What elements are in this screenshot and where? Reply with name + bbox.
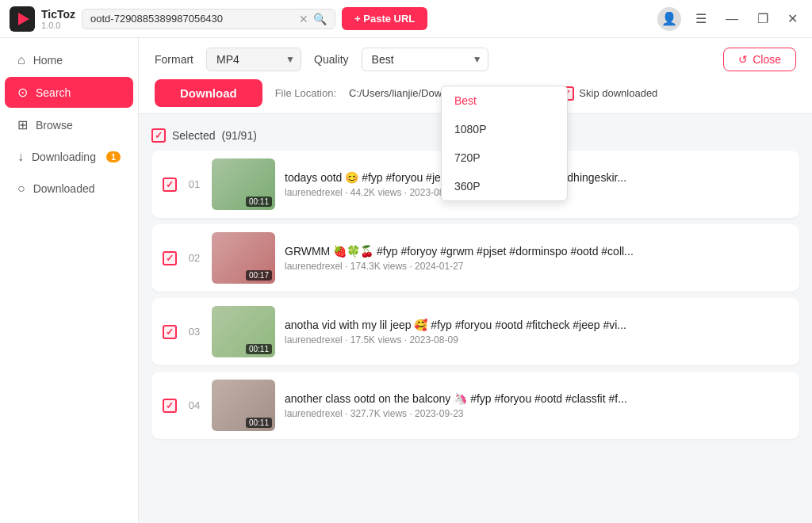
home-icon: ⌂ <box>17 53 25 67</box>
downloading-badge: 1 <box>106 151 121 162</box>
app-logo <box>10 6 35 32</box>
downloading-icon: ↓ <box>17 150 24 164</box>
sidebar-item-downloaded-label: Downloaded <box>33 182 95 195</box>
item-duration-2: 00:17 <box>246 270 272 281</box>
app-info: TicToz 1.0.0 <box>41 8 75 30</box>
item-num-4: 04 <box>186 399 202 411</box>
item-duration-4: 00:11 <box>246 418 272 428</box>
item-meta-3: laurenedrexel · 17.5K views · 2023-08-09 <box>285 334 788 345</box>
main-content: Formart MP4 MP3 AAC ▼ Quality Best 1080P… <box>139 38 812 523</box>
item-thumb-4: 00:11 <box>212 380 275 431</box>
quality-option-best[interactable]: Best <box>442 86 567 115</box>
video-item: 04 00:11 another class ootd on the balco… <box>151 372 799 439</box>
url-bar: ootd-7290885389987056430 ✕ 🔍 <box>82 9 335 29</box>
sidebar-item-browse-label: Browse <box>36 119 73 132</box>
downloaded-icon: ○ <box>17 181 25 196</box>
item-thumb-2: 00:17 <box>212 232 275 284</box>
item-info-3: anotha vid with my lil jeep 🥰 #fyp #fory… <box>285 319 788 345</box>
item-title-2: GRWMM 🍓🍀🍒 #fyp #foryoy #grwm #pjset #dor… <box>285 245 788 258</box>
item-info-4: another class ootd on the balcony 🦄 #fyp… <box>285 392 788 419</box>
search-icon: ⊙ <box>17 85 28 100</box>
skip-downloaded-text: Skip downloaded <box>579 87 657 99</box>
item-meta-4: laurenedrexel · 327.7K views · 2023-09-2… <box>285 408 788 419</box>
select-all-checkbox[interactable] <box>151 128 166 143</box>
item-thumb-1: 00:11 <box>212 158 275 210</box>
format-select-wrap: MP4 MP3 AAC ▼ <box>206 48 301 71</box>
sidebar-item-downloading[interactable]: ↓ Downloading 1 <box>5 142 133 172</box>
sidebar-item-downloaded[interactable]: ○ Downloaded <box>5 174 133 204</box>
item-duration-3: 00:11 <box>246 344 272 354</box>
sidebar: ⌂ Home ⊙ Search ⊞ Browse ↓ Downloading 1… <box>0 38 139 523</box>
item-title-4: another class ootd on the balcony 🦄 #fyp… <box>285 392 788 405</box>
browse-icon: ⊞ <box>17 117 28 132</box>
url-search-icon[interactable]: 🔍 <box>313 13 327 25</box>
item-meta-2: laurenedrexel · 174.3K views · 2024-01-2… <box>285 261 788 272</box>
titlebar-right: 👤 ☰ — ❐ ✕ <box>657 7 802 31</box>
file-location-label: File Location: <box>275 87 336 99</box>
close-icon: ↺ <box>738 53 748 66</box>
sidebar-item-search-label: Search <box>36 86 71 99</box>
format-label: Formart <box>155 53 193 66</box>
close-window-button[interactable]: ✕ <box>783 10 802 28</box>
download-button[interactable]: Download <box>155 79 262 107</box>
quality-option-1080p[interactable]: 1080P <box>442 115 567 143</box>
item-checkbox-4[interactable] <box>163 399 177 413</box>
sidebar-item-downloading-label: Downloading <box>32 151 96 163</box>
item-info-2: GRWMM 🍓🍀🍒 #fyp #foryoy #grwm #pjset #dor… <box>285 245 788 272</box>
menu-button[interactable]: ☰ <box>691 10 711 28</box>
sidebar-item-home-label: Home <box>33 54 63 67</box>
minimize-button[interactable]: — <box>721 10 743 28</box>
item-checkbox-3[interactable] <box>163 325 177 339</box>
quality-option-720p[interactable]: 720P <box>442 143 567 172</box>
video-item: 02 00:17 GRWMM 🍓🍀🍒 #fyp #foryoy #grwm #p… <box>151 224 799 292</box>
url-text: ootd-7290885389987056430 <box>90 13 294 25</box>
selected-count: (91/91) <box>221 129 256 142</box>
url-clear-icon[interactable]: ✕ <box>299 13 308 25</box>
titlebar-left: TicToz 1.0.0 ootd-7290885389987056430 ✕ … <box>10 6 427 32</box>
app-body: ⌂ Home ⊙ Search ⊞ Browse ↓ Downloading 1… <box>0 38 812 523</box>
item-thumb-3: 00:11 <box>212 306 275 357</box>
app-name: TicToz <box>41 8 75 21</box>
item-checkbox-2[interactable] <box>163 251 177 265</box>
format-select[interactable]: MP4 MP3 AAC <box>206 48 301 71</box>
video-item: 03 00:11 anotha vid with my lil jeep 🥰 #… <box>151 298 799 365</box>
sidebar-item-home[interactable]: ⌂ Home <box>5 45 133 75</box>
sidebar-item-search[interactable]: ⊙ Search <box>5 77 133 108</box>
paste-url-button[interactable]: + Paste URL <box>342 7 427 30</box>
item-duration-1: 00:11 <box>246 197 272 207</box>
quality-label: Quality <box>314 53 349 66</box>
app-logo-icon <box>18 13 29 25</box>
maximize-button[interactable]: ❐ <box>753 10 773 28</box>
quality-dropdown-overlay: Best 1080P 720P 360P <box>441 86 568 201</box>
quality-select[interactable]: Best 1080P 720P 360P <box>362 48 488 71</box>
item-num-3: 03 <box>186 326 202 338</box>
item-title-3: anotha vid with my lil jeep 🥰 #fyp #fory… <box>285 319 788 331</box>
avatar: 👤 <box>657 7 681 31</box>
close-label: Close <box>753 53 781 66</box>
app-version: 1.0.0 <box>41 21 75 30</box>
quality-option-360p[interactable]: 360P <box>442 172 567 200</box>
selected-label: Selected <box>172 129 215 142</box>
toolbar-row1: Formart MP4 MP3 AAC ▼ Quality Best 1080P… <box>155 48 796 71</box>
item-num-1: 01 <box>186 178 202 190</box>
close-button[interactable]: ↺ Close <box>723 48 796 71</box>
skip-downloaded-label[interactable]: Skip downloaded <box>560 86 657 101</box>
sidebar-item-browse[interactable]: ⊞ Browse <box>5 109 133 140</box>
quality-select-wrap: Best 1080P 720P 360P ▼ <box>362 48 488 71</box>
item-checkbox-1[interactable] <box>163 178 177 192</box>
item-num-2: 02 <box>186 252 202 264</box>
titlebar: TicToz 1.0.0 ootd-7290885389987056430 ✕ … <box>0 0 812 38</box>
